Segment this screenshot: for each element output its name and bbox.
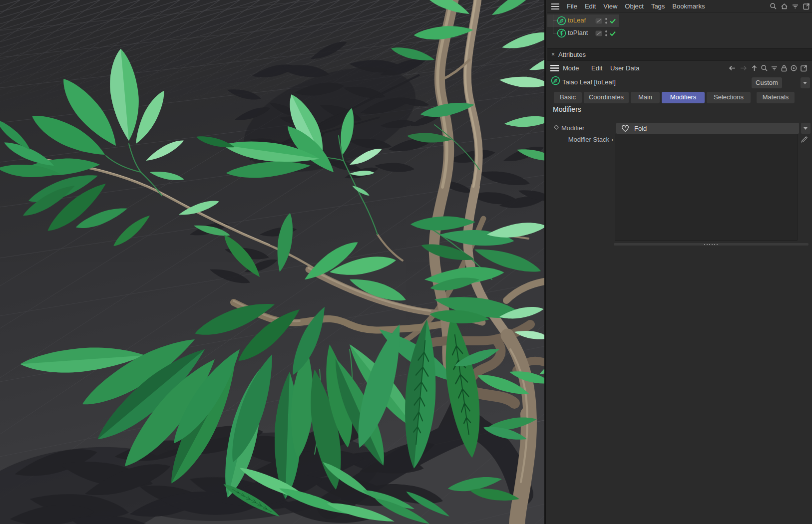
close-icon[interactable]: ×	[551, 51, 558, 58]
menu-view[interactable]: View	[603, 2, 617, 10]
object-row-toplant[interactable]: toPlant	[547, 27, 619, 39]
plant-circle-icon[interactable]	[557, 28, 566, 38]
open-new-icon[interactable]	[803, 2, 810, 10]
leaf-circle-icon	[551, 76, 560, 85]
object-manager-column-divider	[619, 13, 619, 48]
viewport-scene	[0, 0, 544, 524]
menu-object[interactable]: Object	[625, 2, 644, 10]
object-label[interactable]: toPlant	[568, 29, 588, 36]
menu-mode[interactable]: Mode	[563, 64, 591, 72]
modifier-label: Modifier	[561, 124, 584, 132]
menu-edit[interactable]: Edit	[585, 2, 596, 10]
panel-splitter[interactable]	[614, 243, 809, 246]
lock-icon[interactable]	[781, 64, 788, 72]
object-row-toleaf[interactable]: toLeaf	[547, 14, 619, 27]
attributes-tabs: Basic Coordinates Main Modifiers Selecti…	[547, 92, 812, 104]
modifier-row: Modifier Fold	[547, 123, 812, 134]
pencil-icon[interactable]	[800, 135, 809, 144]
tab-modifiers[interactable]: Modifiers	[662, 92, 705, 103]
chevron-down-icon	[803, 82, 807, 84]
enabled-check-icon[interactable]	[609, 18, 616, 24]
tab-basic[interactable]: Basic	[554, 92, 582, 103]
object-manager: toLeaf toPlant	[547, 13, 812, 48]
modifier-value: Fold	[634, 125, 647, 132]
back-icon[interactable]	[728, 64, 737, 72]
tab-main[interactable]: Main	[631, 92, 660, 103]
menu-user-data[interactable]: User Data	[610, 64, 640, 72]
filter-icon[interactable]	[771, 64, 778, 72]
visibility-dots-icon[interactable]	[605, 17, 608, 24]
viewport-3d[interactable]	[0, 0, 544, 524]
home-icon[interactable]	[781, 2, 788, 10]
right-panel: File Edit View Object Tags Bookmarks toL…	[544, 0, 812, 524]
object-title: Taiao Leaf [toLeaf]	[562, 78, 616, 86]
up-icon[interactable]	[751, 64, 758, 72]
attributes-header: × Attributes	[547, 48, 812, 61]
attributes-menubar: Mode Edit User Data	[547, 61, 812, 75]
modifier-stack-box[interactable]	[615, 134, 798, 241]
attributes-object-row: Taiao Leaf [toLeaf] Custom	[547, 75, 812, 90]
tab-materials[interactable]: Materials	[757, 92, 795, 103]
menu-file[interactable]: File	[567, 2, 577, 10]
modifier-dropdown-arrow[interactable]	[801, 123, 811, 134]
modifier-dropdown[interactable]: Fold	[616, 123, 799, 134]
enabled-check-icon[interactable]	[609, 30, 616, 36]
object-manager-menubar: File Edit View Object Tags Bookmarks	[547, 0, 812, 13]
attributes-title: Attributes	[558, 51, 586, 58]
menu-edit2[interactable]: Edit	[591, 64, 610, 72]
modifier-stack-label[interactable]: Modifier Stack ›	[556, 136, 613, 143]
fold-heart-icon	[620, 124, 630, 133]
tree-lines	[553, 14, 558, 35]
search-icon[interactable]	[761, 64, 768, 72]
splitter-dots-icon	[704, 244, 718, 245]
preset-dropdown-arrow[interactable]	[801, 77, 810, 88]
menu-tags[interactable]: Tags	[651, 2, 665, 10]
menu-bookmarks[interactable]: Bookmarks	[672, 2, 705, 10]
filter-icon[interactable]	[792, 2, 799, 10]
diamond-icon[interactable]	[554, 125, 559, 130]
visibility-dots-icon[interactable]	[605, 30, 608, 37]
hamburger-icon[interactable]	[550, 65, 559, 71]
tab-selections[interactable]: Selections	[707, 92, 751, 103]
layer-square-icon[interactable]	[595, 18, 602, 24]
search-icon[interactable]	[770, 2, 777, 10]
target-icon[interactable]	[790, 64, 798, 72]
leaf-circle-icon[interactable]	[557, 16, 566, 25]
forward-icon[interactable]	[739, 64, 748, 72]
object-label[interactable]: toLeaf	[568, 16, 586, 24]
open-new-icon[interactable]	[800, 64, 808, 72]
app-window: File Edit View Object Tags Bookmarks toL…	[0, 0, 812, 524]
tab-coordinates[interactable]: Coordinates	[584, 92, 629, 103]
modifiers-section-title: Modifiers	[553, 105, 581, 113]
preset-dropdown[interactable]: Custom	[752, 77, 782, 88]
hamburger-icon[interactable]	[551, 3, 559, 9]
layer-square-icon[interactable]	[595, 30, 602, 36]
chevron-down-icon	[804, 127, 808, 130]
